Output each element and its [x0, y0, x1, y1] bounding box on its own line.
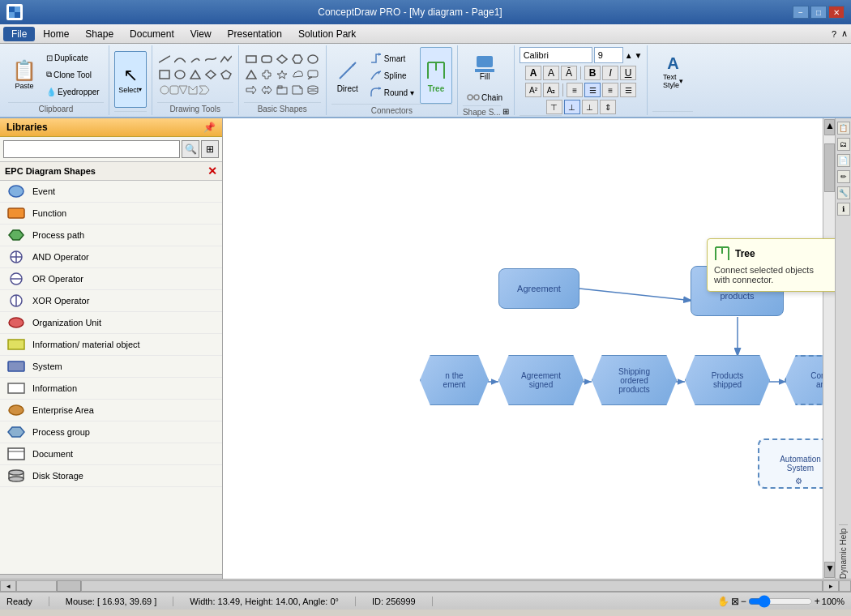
polyline-tool-btn[interactable]	[219, 52, 233, 66]
vtool-2[interactable]: 🗂	[837, 138, 850, 151]
font-size-up[interactable]: ▲	[625, 51, 633, 60]
shape-document[interactable]: Document	[0, 443, 222, 465]
valign-top-btn[interactable]: ⊤	[546, 100, 562, 114]
paste-btn[interactable]: 📋 Paste	[8, 50, 41, 99]
rect-tool-btn[interactable]	[157, 67, 172, 82]
bs-circle-btn[interactable]	[306, 52, 320, 66]
vtool-5[interactable]: 🔧	[837, 186, 850, 199]
triangle-tool-btn[interactable]	[188, 67, 203, 82]
justify-btn[interactable]: ☰	[620, 83, 636, 97]
font-size-down[interactable]: ▼	[635, 51, 643, 60]
bold-btn[interactable]: A	[525, 66, 541, 80]
bottom-scroll[interactable]: ◂ ▸	[0, 579, 851, 592]
font-highlight-btn[interactable]: Ā	[561, 66, 577, 80]
shape-agreement-signed[interactable]: Agreementsigned	[498, 355, 584, 405]
shape-products-shipped[interactable]: Productsshipped	[685, 355, 770, 405]
h-scroll-thumb[interactable]	[57, 580, 81, 592]
bs-rect2-btn[interactable]	[259, 52, 274, 66]
align-right-btn[interactable]: ≡	[602, 83, 618, 97]
bs-triangle-btn[interactable]	[244, 67, 259, 82]
shape-info-material[interactable]: Information/ material object	[0, 334, 222, 356]
shape-enterprise-area[interactable]: Enterprise Area	[0, 400, 222, 421]
menu-file[interactable]: File	[3, 27, 35, 41]
shape-process-path[interactable]: Process path	[0, 225, 222, 246]
vtool-6[interactable]: ℹ	[837, 203, 850, 216]
eyedropper-btn[interactable]: 💧 Eyedropper	[42, 83, 104, 100]
zoom-slider[interactable]	[748, 597, 813, 606]
hand-tool-icon[interactable]: ✋	[717, 596, 729, 607]
italic-btn[interactable]: I	[602, 66, 618, 80]
close-btn[interactable]: ✕	[828, 6, 845, 19]
round-btn[interactable]: Round ▾	[366, 84, 418, 101]
tree-btn[interactable]: Tree	[420, 47, 452, 104]
spacing-btn[interactable]: ⇕	[600, 100, 616, 114]
bs-cross-btn[interactable]	[259, 67, 274, 82]
dynamic-help-btn[interactable]: Dynamic Help	[839, 524, 848, 579]
bs-cloud-btn[interactable]	[290, 67, 305, 82]
vtool-4[interactable]: ✏	[837, 170, 850, 183]
menu-view[interactable]: View	[182, 27, 220, 41]
scroll-thumb[interactable]	[824, 143, 835, 192]
font-size-input[interactable]	[594, 47, 623, 63]
shape-shipping[interactable]: Shippingorderedproducts	[592, 355, 677, 405]
scroll-right-btn[interactable]: ▸	[823, 580, 839, 592]
bs-diamond-btn[interactable]	[275, 52, 289, 66]
spline-btn[interactable]: Spline	[366, 67, 418, 83]
shape-event[interactable]: Event	[0, 181, 222, 203]
superscript-btn[interactable]: A²	[525, 83, 541, 97]
align-left-btn[interactable]: ≡	[567, 83, 583, 97]
bs-hex-btn[interactable]	[290, 52, 305, 66]
search-input[interactable]	[3, 140, 180, 158]
shape-or-operator[interactable]: OR Operator	[0, 268, 222, 290]
valign-bot-btn[interactable]: ⊥	[582, 100, 598, 114]
shape-sign-agreement-partial[interactable]: n theement	[420, 355, 489, 405]
more-shapes-btn[interactable]	[157, 83, 230, 97]
ellipse-tool-btn[interactable]	[173, 67, 187, 82]
direct-btn[interactable]: Direct	[331, 47, 364, 104]
shape-xor-operator[interactable]: XOR Operator	[0, 290, 222, 312]
select-btn[interactable]: ↖ Select ▾	[114, 51, 147, 108]
zoom-in-icon[interactable]: +	[815, 596, 820, 607]
minimize-btn[interactable]: −	[793, 6, 809, 19]
duplicate-btn[interactable]: ⊡ Duplicate	[42, 49, 104, 66]
shape-process-group[interactable]: Process group	[0, 421, 222, 443]
zoom-out-icon[interactable]: −	[741, 596, 746, 607]
maximize-btn[interactable]: □	[810, 6, 827, 19]
scroll-left-btn[interactable]: ◂	[0, 580, 16, 592]
smart-btn[interactable]: Smart	[366, 50, 418, 66]
vtool-1[interactable]: 📋	[837, 122, 850, 135]
scroll-left-page-btn[interactable]	[16, 580, 57, 592]
library-close-btn[interactable]: ✕	[207, 165, 217, 178]
view-toggle-btn[interactable]: ⊞	[201, 140, 219, 158]
search-btn[interactable]: 🔍	[182, 140, 199, 158]
line-tool-btn[interactable]	[157, 52, 172, 66]
chain-btn[interactable]: Chain	[463, 89, 507, 105]
spline-tool-btn[interactable]	[203, 52, 218, 66]
menu-home[interactable]: Home	[35, 27, 77, 41]
bs-arr1-btn[interactable]	[244, 83, 259, 97]
vtool-3[interactable]: 📄	[837, 154, 850, 167]
sidebar-pin-icon[interactable]: 📌	[203, 122, 216, 133]
shape-function[interactable]: Function	[0, 203, 222, 225]
shape-org-unit[interactable]: Organization Unit	[0, 312, 222, 334]
scroll-up-btn[interactable]: ▲	[824, 119, 835, 135]
bs-tab-btn[interactable]	[275, 83, 289, 97]
underline-btn[interactable]: U	[620, 66, 636, 80]
shape-information[interactable]: Information	[0, 378, 222, 400]
arc-tool-btn[interactable]	[188, 52, 203, 66]
canvas-area[interactable]: Agreement Orderedproducts n theement Agr…	[223, 118, 835, 579]
menu-presentation[interactable]: Presentation	[220, 27, 290, 41]
align-center-btn[interactable]: ☰	[584, 83, 601, 97]
sidebar-resize-handle[interactable]	[0, 574, 222, 579]
bs-callout-btn[interactable]	[306, 67, 320, 82]
bs-disk-btn[interactable]	[306, 83, 320, 97]
shape-and-operator[interactable]: AND Operator	[0, 246, 222, 268]
font-name-input[interactable]	[520, 47, 592, 63]
fit-page-icon[interactable]: ⊠	[731, 596, 739, 607]
clone-tool-btn[interactable]: ⧉ Clone Tool	[42, 66, 104, 83]
diamond-tool-btn[interactable]	[203, 67, 218, 82]
font-color-btn[interactable]: A	[543, 66, 559, 80]
bs-rect-btn[interactable]	[244, 52, 259, 66]
collapse-ribbon-icon[interactable]: ∧	[841, 28, 848, 39]
scroll-corner[interactable]	[839, 580, 851, 592]
